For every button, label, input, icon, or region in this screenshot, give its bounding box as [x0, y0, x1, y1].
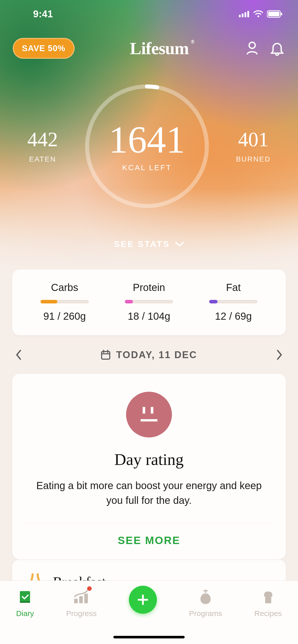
macro-bar-fill — [125, 300, 133, 303]
svg-rect-2 — [245, 12, 246, 17]
macro-bar-fill — [209, 300, 217, 303]
see-more-button[interactable]: SEE MORE — [25, 534, 273, 547]
calendar-icon — [101, 350, 111, 360]
promo-pill[interactable]: SAVE 50% — [13, 38, 75, 59]
macro-name: Fat — [191, 282, 276, 293]
profile-icon[interactable] — [244, 40, 260, 56]
tab-progress[interactable]: Progress — [66, 588, 97, 618]
macro-value: 91 / 260g — [22, 311, 107, 322]
notification-dot — [87, 586, 92, 591]
tab-label: Programs — [189, 609, 222, 618]
prev-day-button[interactable] — [12, 348, 25, 361]
status-icons — [239, 10, 283, 18]
burned-label: BURNED — [236, 155, 270, 163]
date-navigator: TODAY, 11 DEC — [12, 341, 286, 369]
divider — [25, 523, 273, 523]
tab-recipes[interactable]: Recipes — [254, 588, 282, 618]
calorie-ring[interactable]: 1641 KCAL LEFT — [82, 81, 212, 211]
svg-rect-6 — [268, 12, 279, 16]
macro-name: Protein — [107, 282, 191, 293]
macro-bar — [125, 300, 173, 303]
add-button[interactable] — [129, 586, 157, 614]
svg-rect-14 — [143, 407, 145, 414]
status-time: 9:41 — [33, 9, 53, 20]
tab-label: Diary — [16, 609, 34, 618]
macro-protein: Protein 18 / 104g — [107, 282, 191, 322]
calorie-summary-row: 442 EATEN 1641 KCAL LEFT 401 BURNED — [0, 81, 298, 211]
macro-name: Carbs — [22, 282, 107, 293]
chevron-down-icon — [175, 241, 184, 247]
app-logo: Lifesum® — [130, 38, 189, 58]
tab-programs[interactable]: Programs — [189, 588, 222, 618]
burned-value: 401 — [236, 129, 270, 150]
app-header: SAVE 50% Lifesum® — [0, 33, 298, 64]
battery-icon — [267, 10, 283, 18]
macro-carbs: Carbs 91 / 260g — [22, 282, 107, 322]
see-stats-label: SEE STATS — [114, 239, 170, 249]
eaten-stat: 442 EATEN — [27, 129, 58, 163]
rating-title: Day rating — [25, 450, 273, 469]
see-stats-button[interactable]: SEE STATS — [0, 239, 298, 249]
home-indicator[interactable] — [113, 636, 185, 638]
tab-diary[interactable]: Diary — [16, 588, 34, 618]
next-day-button[interactable] — [273, 348, 286, 361]
macro-bar — [209, 300, 258, 303]
svg-point-8 — [249, 42, 255, 48]
svg-point-4 — [258, 16, 259, 17]
programs-icon — [197, 588, 214, 606]
tab-bar: Diary Progress Programs Recipes — [0, 580, 298, 644]
macro-bar-fill — [40, 300, 58, 303]
svg-rect-7 — [281, 13, 282, 15]
bell-icon[interactable] — [269, 40, 285, 56]
burned-stat: 401 BURNED — [236, 129, 270, 163]
date-label: TODAY, 11 DEC — [116, 349, 197, 360]
diary-icon — [16, 588, 34, 606]
svg-rect-19 — [74, 599, 78, 603]
recipes-icon — [259, 588, 277, 606]
wifi-icon — [253, 10, 263, 18]
svg-rect-10 — [102, 352, 110, 359]
macro-bar — [40, 300, 89, 303]
rating-text: Eating a bit more can boost your energy … — [25, 478, 273, 508]
neutral-face-icon — [126, 392, 172, 437]
svg-rect-3 — [247, 11, 249, 17]
svg-rect-18 — [20, 601, 30, 603]
svg-rect-20 — [79, 596, 83, 603]
tab-label: Recipes — [254, 609, 282, 618]
eaten-value: 442 — [27, 129, 58, 150]
svg-rect-16 — [141, 419, 157, 421]
status-bar: 9:41 — [0, 0, 298, 28]
tab-label: Progress — [66, 609, 97, 618]
svg-rect-17 — [20, 591, 30, 602]
svg-rect-21 — [84, 594, 88, 603]
eaten-label: EATEN — [27, 155, 58, 163]
svg-rect-0 — [239, 15, 241, 17]
svg-rect-15 — [151, 407, 153, 414]
macros-card[interactable]: Carbs 91 / 260g Protein 18 / 104g Fat 12… — [12, 270, 286, 335]
svg-point-9 — [87, 86, 207, 206]
day-rating-card: Day rating Eating a bit more can boost y… — [12, 374, 286, 559]
plus-icon — [136, 593, 150, 607]
svg-rect-1 — [242, 13, 243, 17]
cellular-icon — [239, 11, 250, 17]
macro-value: 12 / 69g — [191, 311, 276, 322]
macro-value: 18 / 104g — [107, 311, 191, 322]
chevron-right-icon — [276, 349, 283, 360]
chevron-left-icon — [15, 349, 22, 360]
progress-icon — [72, 588, 90, 606]
svg-rect-25 — [265, 597, 271, 603]
macro-fat: Fat 12 / 69g — [191, 282, 276, 322]
date-picker[interactable]: TODAY, 11 DEC — [101, 349, 197, 360]
